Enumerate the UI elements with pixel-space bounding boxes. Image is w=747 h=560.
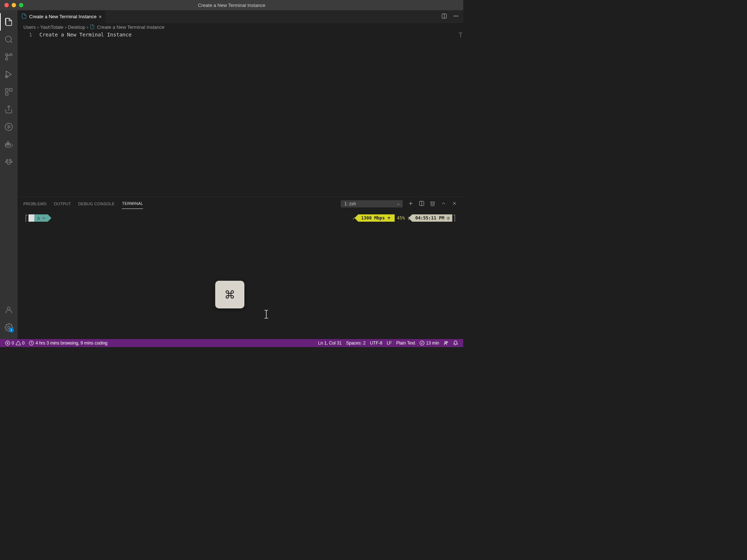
status-errors[interactable]: 0 0 <box>3 339 27 347</box>
breadcrumb-part[interactable]: Create a New Terminal Instance <box>97 24 165 30</box>
svg-rect-8 <box>9 89 12 91</box>
status-wakatime[interactable]: 13 min <box>417 341 441 346</box>
line-number: 1 <box>18 31 39 197</box>
tab-debug-console[interactable]: DEBUG CONSOLE <box>78 199 115 209</box>
terminal-selector[interactable]: 1: zsh <box>341 200 403 207</box>
command-key-icon: ⌘ <box>224 288 235 301</box>
chevron-right-icon: › <box>65 24 66 30</box>
svg-rect-15 <box>9 144 11 145</box>
split-terminal-icon[interactable] <box>419 201 425 207</box>
status-spaces[interactable]: Spaces: 2 <box>344 341 368 346</box>
docker-icon[interactable] <box>0 136 18 153</box>
minimize-window-button[interactable] <box>12 3 16 7</box>
chevron-right-icon: › <box>37 24 39 30</box>
kill-terminal-icon[interactable] <box>430 201 436 207</box>
tab-terminal[interactable]: TERMINAL <box>122 198 143 209</box>
status-cursor[interactable]: Ln 1, Col 31 <box>316 341 344 346</box>
close-panel-icon[interactable] <box>452 201 457 207</box>
time-tracking-text: 4 hrs 3 mins browsing, 9 mins coding <box>35 341 107 346</box>
svg-point-22 <box>7 307 10 310</box>
svg-point-28 <box>457 15 458 16</box>
svg-point-39 <box>420 341 424 345</box>
status-time-tracking[interactable]: 4 hrs 3 mins browsing, 9 mins coding <box>27 339 109 347</box>
svg-point-3 <box>5 58 8 60</box>
close-icon[interactable]: × <box>99 14 102 20</box>
svg-marker-12 <box>8 125 10 128</box>
titlebar: Create a New Terminal Instance <box>0 0 463 10</box>
close-window-button[interactable] <box>4 3 9 7</box>
explorer-icon[interactable] <box>0 13 18 31</box>
error-count: 0 <box>12 341 14 346</box>
svg-point-21 <box>7 162 10 164</box>
tab-bar: Create a New Terminal Instance × <box>18 10 463 23</box>
editor-content[interactable]: 1 Create a New Terminal Instance T <box>18 31 463 197</box>
svg-point-26 <box>454 15 455 16</box>
svg-point-40 <box>445 341 446 343</box>
activity-bar: 1 <box>0 10 18 339</box>
debug-icon[interactable] <box>0 66 18 83</box>
wifi-icon: ᯤ <box>387 215 392 221</box>
search-icon[interactable] <box>0 31 18 48</box>
breadcrumb-part[interactable]: Desktop <box>68 24 85 30</box>
status-eol[interactable]: LF <box>384 341 394 346</box>
svg-line-1 <box>11 41 12 43</box>
prompt-left: ⎡ ⌂ ~ <box>25 214 48 222</box>
svg-rect-13 <box>5 144 7 145</box>
prompt-right: ✓ 1300 Mbps ᯤ 45% ▯ 04:55:11 PM ◷ ⎤ <box>352 214 456 222</box>
maximize-window-button[interactable] <box>19 3 23 7</box>
accounts-icon[interactable] <box>0 301 18 319</box>
apple-icon <box>28 214 34 222</box>
status-bar: 0 0 4 hrs 3 mins browsing, 9 mins coding… <box>0 339 463 347</box>
terminal-body[interactable]: ⎡ ⌂ ~ ✓ 1300 Mbps ᯤ 45% ▯ <box>18 210 463 339</box>
svg-point-0 <box>5 36 11 42</box>
share-icon[interactable] <box>0 101 18 118</box>
status-encoding[interactable]: UTF-8 <box>368 341 384 346</box>
bottom-panel: PROBLEMS OUTPUT DEBUG CONSOLE TERMINAL 1… <box>18 197 463 339</box>
svg-point-41 <box>446 342 448 343</box>
more-actions-icon[interactable] <box>453 13 459 20</box>
split-editor-icon[interactable] <box>441 13 447 20</box>
svg-point-2 <box>10 54 12 56</box>
panel-tabs: PROBLEMS OUTPUT DEBUG CONSOLE TERMINAL 1… <box>18 197 463 210</box>
battery-value: 45% <box>397 215 405 221</box>
keypress-overlay: ⌘ <box>215 281 244 308</box>
status-feedback-icon[interactable] <box>441 341 451 346</box>
wakatime-value: 13 min <box>426 341 439 346</box>
svg-point-27 <box>456 15 457 16</box>
maximize-panel-icon[interactable] <box>441 201 446 207</box>
breadcrumbs[interactable]: Users › YashTotale › Desktop › Create a … <box>18 23 463 31</box>
time-value: 04:55:11 PM <box>415 215 444 221</box>
svg-rect-14 <box>7 144 9 145</box>
code-line[interactable]: Create a New Terminal Instance <box>39 31 132 197</box>
warning-count: 0 <box>22 341 25 346</box>
settings-gear-icon[interactable]: 1 <box>0 319 18 336</box>
text-cursor-icon <box>262 310 271 320</box>
tab-output[interactable]: OUTPUT <box>54 199 71 209</box>
tab-problems[interactable]: PROBLEMS <box>23 199 47 209</box>
new-terminal-icon[interactable] <box>408 201 414 207</box>
source-control-icon[interactable] <box>0 48 18 66</box>
paw-icon[interactable] <box>0 153 18 171</box>
time-segment: 04:55:11 PM ◷ <box>412 214 452 222</box>
home-segment: ⌂ ~ <box>34 214 48 222</box>
svg-point-18 <box>9 159 11 161</box>
extensions-icon[interactable] <box>0 83 18 101</box>
svg-point-20 <box>11 161 12 163</box>
status-language[interactable]: Plain Text <box>394 341 417 346</box>
live-preview-icon[interactable] <box>0 118 18 136</box>
minimap[interactable]: T <box>458 31 463 39</box>
svg-marker-5 <box>6 71 11 78</box>
settings-badge: 1 <box>9 327 14 332</box>
breadcrumb-part[interactable]: Users <box>23 24 36 30</box>
breadcrumb-part[interactable]: YashTotale <box>40 24 63 30</box>
tab-label: Create a New Terminal Instance <box>29 14 97 19</box>
mbps-value: 1300 Mbps <box>361 215 385 221</box>
svg-point-4 <box>5 54 8 56</box>
file-icon <box>21 13 27 20</box>
bracket-icon: ⎤ <box>452 215 456 222</box>
network-segment: 1300 Mbps ᯤ <box>358 214 395 222</box>
status-bell-icon[interactable] <box>451 341 460 346</box>
svg-rect-7 <box>5 89 8 91</box>
editor-tab[interactable]: Create a New Terminal Instance × <box>18 10 105 23</box>
svg-rect-16 <box>7 142 9 143</box>
